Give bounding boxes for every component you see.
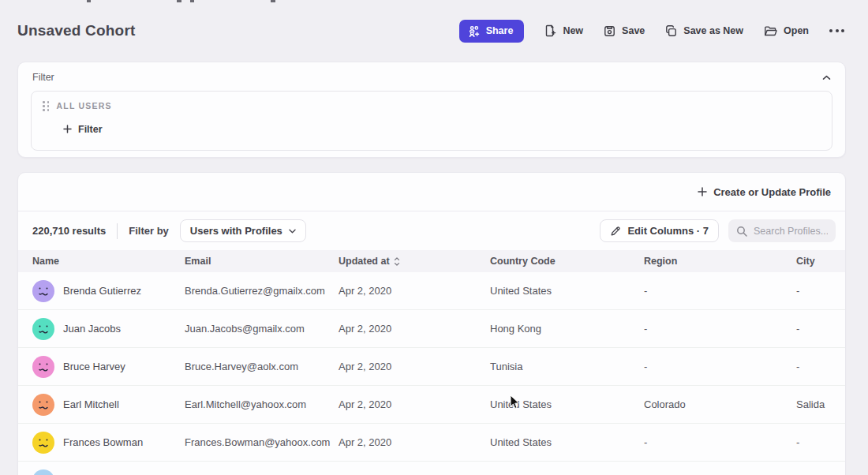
email-cell: Earl.Mitchell@yahoox.com — [185, 398, 339, 410]
table-row[interactable]: Bruce Harvey Bruce.Harvey@aolx.com Apr 2… — [18, 348, 845, 386]
table-header-row: Name Email Updated at Country Code Regio… — [18, 250, 845, 272]
name-cell: Bruce Harvey — [18, 356, 185, 378]
updated-at-cell: Apr 2, 2020 — [339, 285, 490, 297]
pencil-icon — [610, 226, 621, 237]
country-code-cell: United States — [490, 285, 644, 297]
search-profiles-box[interactable] — [728, 219, 836, 242]
share-users-icon — [468, 25, 481, 37]
profile-type-dropdown-value: Users with Profiles — [190, 225, 282, 237]
save-as-new-button-label: Save as New — [683, 25, 743, 36]
new-button[interactable]: New — [544, 24, 583, 37]
open-folder-icon — [764, 25, 777, 37]
filter-group: ALL USERS Filter — [31, 91, 832, 151]
filter-group-label: ALL USERS — [57, 101, 112, 110]
column-header-region[interactable]: Region — [644, 256, 796, 267]
table-row[interactable] — [18, 462, 845, 475]
region-cell: Colorado — [644, 398, 796, 410]
drag-handle-icon[interactable] — [43, 101, 50, 111]
add-filter-button[interactable]: Filter — [63, 124, 103, 135]
table-row[interactable]: Brenda Gutierrez Brenda.Gutierrez@gmailx… — [18, 272, 845, 310]
country-code-cell: Tunisia — [490, 361, 644, 372]
ellipsis-icon — [829, 29, 844, 32]
collapse-chevron-up-icon[interactable] — [822, 75, 831, 80]
clipped-content-above — [0, 0, 868, 3]
updated-at-cell: Apr 2, 2020 — [339, 436, 490, 448]
share-button[interactable]: Share — [459, 20, 525, 43]
chevron-down-icon — [289, 229, 296, 234]
city-cell: - — [796, 361, 845, 372]
avatar — [32, 394, 54, 416]
country-code-cell: United States — [490, 398, 644, 410]
table-row[interactable]: Earl Mitchell Earl.Mitchell@yahoox.com A… — [18, 386, 845, 424]
avatar — [32, 318, 54, 340]
filter-panel: Filter ALL USERS Filter — [17, 62, 846, 158]
column-header-updated-at[interactable]: Updated at — [339, 256, 490, 267]
name-cell — [18, 469, 185, 475]
toolbar-divider — [117, 223, 118, 239]
avatar — [32, 280, 54, 302]
edit-columns-button[interactable]: Edit Columns · 7 — [600, 219, 719, 242]
name-cell: Juan Jacobs — [18, 318, 185, 340]
avatar — [32, 356, 54, 378]
new-button-label: New — [563, 25, 583, 36]
updated-at-cell: Apr 2, 2020 — [339, 398, 490, 410]
city-cell: - — [796, 323, 845, 335]
open-button-label: Open — [784, 25, 809, 36]
profile-name: Earl Mitchell — [63, 398, 119, 410]
table-row[interactable]: Juan Jacobs Juan.Jacobs@gmailx.com Apr 2… — [18, 310, 845, 348]
save-as-new-icon — [665, 25, 677, 37]
table-body: Brenda Gutierrez Brenda.Gutierrez@gmailx… — [18, 272, 845, 475]
table-row[interactable]: Frances Bowman Frances.Bowman@yahoox.com… — [18, 424, 845, 462]
top-bar: Unsaved Cohort Share — [0, 0, 868, 50]
save-icon — [604, 25, 615, 37]
save-as-new-button[interactable]: Save as New — [665, 25, 743, 37]
avatar — [32, 469, 54, 475]
profile-name: Brenda Gutierrez — [63, 285, 141, 297]
city-cell: - — [796, 436, 845, 448]
country-code-cell: Hong Kong — [490, 323, 644, 335]
add-filter-label: Filter — [78, 124, 103, 135]
email-cell: Brenda.Gutierrez@gmailx.com — [185, 285, 339, 297]
region-cell: - — [644, 361, 796, 372]
plus-icon — [698, 187, 707, 196]
search-profiles-input[interactable] — [754, 226, 828, 237]
updated-at-cell: Apr 2, 2020 — [339, 361, 490, 372]
page-title: Unsaved Cohort — [17, 22, 136, 39]
results-panel: Create or Update Profile 220,710 results… — [17, 172, 846, 475]
email-cell: Juan.Jacobs@gmailx.com — [185, 323, 339, 335]
column-header-country-code[interactable]: Country Code — [490, 256, 644, 267]
new-file-icon — [544, 24, 556, 37]
create-or-update-profile-label: Create or Update Profile — [713, 186, 831, 198]
region-cell: - — [644, 323, 796, 335]
sort-icon — [394, 257, 400, 266]
filter-panel-title: Filter — [32, 72, 54, 83]
more-options-button[interactable] — [829, 29, 844, 32]
profile-name: Bruce Harvey — [63, 361, 125, 372]
country-code-cell: United States — [490, 436, 644, 448]
share-button-label: Share — [486, 25, 514, 36]
name-cell: Brenda Gutierrez — [18, 280, 185, 302]
column-header-city[interactable]: City — [796, 256, 845, 267]
name-cell: Frances Bowman — [18, 432, 185, 454]
updated-at-cell: Apr 2, 2020 — [339, 323, 490, 335]
results-toolbar: 220,710 results Filter by Users with Pro… — [18, 211, 845, 250]
avatar — [32, 432, 54, 454]
city-cell: Salida — [796, 398, 845, 410]
edit-columns-label: Edit Columns · 7 — [627, 225, 709, 237]
email-cell: Frances.Bowman@yahoox.com — [185, 436, 339, 448]
results-count: 220,710 results — [32, 225, 106, 237]
column-header-email[interactable]: Email — [185, 256, 339, 267]
header-actions: Share New Save — [459, 20, 844, 43]
save-button-label: Save — [622, 25, 645, 36]
email-cell: Bruce.Harvey@aolx.com — [185, 361, 339, 372]
city-cell: - — [796, 285, 845, 297]
save-button[interactable]: Save — [604, 25, 645, 37]
name-cell: Earl Mitchell — [18, 394, 185, 416]
plus-icon — [63, 125, 72, 133]
profile-type-dropdown[interactable]: Users with Profiles — [180, 219, 306, 242]
profile-name: Frances Bowman — [63, 436, 143, 448]
region-cell: - — [644, 436, 796, 448]
column-header-name[interactable]: Name — [18, 256, 185, 267]
create-or-update-profile-button[interactable]: Create or Update Profile — [698, 186, 831, 198]
open-button[interactable]: Open — [764, 25, 809, 37]
